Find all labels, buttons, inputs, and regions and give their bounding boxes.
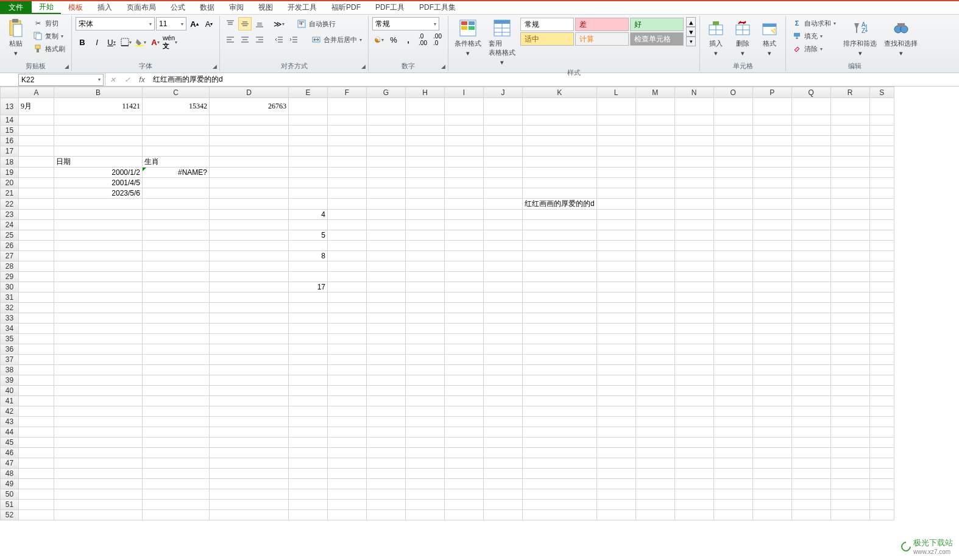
cell[interactable]	[713, 98, 752, 115]
cell[interactable]	[523, 261, 597, 272]
insert-cells-button[interactable]: 插入▾	[704, 17, 728, 58]
cell[interactable]	[830, 324, 869, 334]
cell[interactable]	[635, 469, 674, 479]
cell[interactable]	[674, 479, 713, 489]
cell[interactable]	[791, 344, 830, 355]
menu-view[interactable]: 视图	[251, 1, 280, 14]
cell[interactable]	[596, 178, 635, 188]
cell[interactable]	[289, 324, 328, 334]
cell[interactable]	[289, 199, 328, 210]
cell[interactable]	[484, 510, 523, 520]
cell[interactable]	[445, 241, 484, 251]
cell[interactable]	[445, 98, 484, 115]
cell[interactable]	[869, 98, 894, 115]
cell[interactable]	[635, 188, 674, 199]
cell[interactable]	[484, 448, 523, 458]
cell[interactable]	[752, 313, 791, 324]
cell[interactable]	[289, 292, 328, 303]
cell[interactable]	[367, 489, 406, 500]
cell[interactable]	[869, 272, 894, 282]
cell[interactable]	[54, 355, 143, 365]
cell[interactable]	[674, 241, 713, 251]
cell[interactable]	[143, 417, 210, 427]
cell[interactable]	[445, 355, 484, 365]
cell[interactable]	[484, 365, 523, 375]
cell[interactable]	[674, 199, 713, 210]
cell[interactable]	[596, 386, 635, 396]
cell[interactable]	[635, 355, 674, 365]
cell[interactable]	[328, 146, 367, 157]
font-color-button[interactable]: A▾	[149, 35, 162, 49]
cell[interactable]	[289, 146, 328, 157]
cell[interactable]	[830, 344, 869, 355]
column-header[interactable]: D	[210, 87, 289, 98]
cell[interactable]	[791, 510, 830, 520]
cell[interactable]	[445, 438, 484, 448]
cell[interactable]	[210, 344, 289, 355]
cell[interactable]: 2000/1/2	[54, 168, 143, 178]
cell[interactable]	[713, 230, 752, 241]
cell[interactable]	[367, 188, 406, 199]
cell[interactable]	[289, 344, 328, 355]
cell[interactable]	[289, 303, 328, 313]
cell[interactable]	[445, 188, 484, 199]
cell[interactable]	[869, 427, 894, 438]
cell[interactable]	[19, 251, 54, 261]
cell[interactable]	[674, 355, 713, 365]
cell[interactable]	[367, 375, 406, 386]
cell[interactable]	[445, 510, 484, 520]
style-scroll-up[interactable]: ▴	[686, 17, 696, 27]
column-header[interactable]: K	[523, 87, 597, 98]
cell[interactable]	[713, 396, 752, 406]
cell[interactable]	[367, 344, 406, 355]
cell[interactable]	[210, 427, 289, 438]
cell[interactable]	[635, 210, 674, 220]
cell[interactable]	[328, 98, 367, 115]
cell[interactable]	[830, 303, 869, 313]
row-header[interactable]: 20	[1, 178, 19, 188]
cell[interactable]	[19, 489, 54, 500]
cell[interactable]	[713, 365, 752, 375]
column-header[interactable]: O	[713, 87, 752, 98]
cell[interactable]	[210, 489, 289, 500]
cell[interactable]	[869, 448, 894, 458]
cell[interactable]	[445, 230, 484, 241]
cell[interactable]	[791, 292, 830, 303]
cell[interactable]	[484, 220, 523, 230]
cell[interactable]	[484, 188, 523, 199]
cell[interactable]	[19, 438, 54, 448]
cell[interactable]: 26763	[210, 98, 289, 115]
increase-decimal-button[interactable]: .0.00	[416, 33, 430, 46]
cell[interactable]	[830, 334, 869, 344]
cell[interactable]	[791, 427, 830, 438]
cell[interactable]	[328, 292, 367, 303]
cell[interactable]	[869, 334, 894, 344]
cell[interactable]	[289, 375, 328, 386]
cell[interactable]	[791, 375, 830, 386]
cell[interactable]	[635, 458, 674, 469]
cell[interactable]	[713, 146, 752, 157]
cell[interactable]	[19, 355, 54, 365]
cell[interactable]	[635, 261, 674, 272]
cell[interactable]	[445, 146, 484, 157]
cell[interactable]	[869, 188, 894, 199]
cell[interactable]	[523, 458, 597, 469]
cell[interactable]	[445, 251, 484, 261]
cell[interactable]	[143, 313, 210, 324]
font-size-select[interactable]: 11▾	[156, 17, 186, 30]
cell[interactable]	[406, 438, 445, 448]
cell[interactable]	[830, 386, 869, 396]
cell[interactable]	[406, 489, 445, 500]
cell[interactable]	[328, 178, 367, 188]
row-header[interactable]: 30	[1, 282, 19, 292]
cell[interactable]	[143, 292, 210, 303]
cell[interactable]	[635, 136, 674, 146]
cell[interactable]	[869, 303, 894, 313]
cell[interactable]	[635, 448, 674, 458]
row-header[interactable]: 21	[1, 188, 19, 199]
cell[interactable]	[596, 188, 635, 199]
cell[interactable]	[596, 458, 635, 469]
cell[interactable]: 9月	[19, 98, 54, 115]
cell[interactable]	[445, 375, 484, 386]
cell[interactable]	[484, 126, 523, 136]
